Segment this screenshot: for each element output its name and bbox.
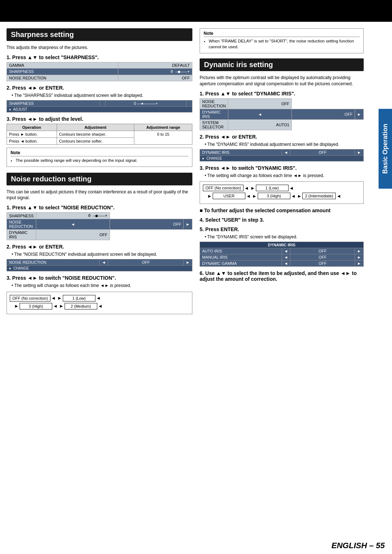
top-bar [0,0,392,22]
flow-arrow: ◄ [244,185,249,191]
flow-arrow: ► [207,193,212,199]
noise-reduction-intro: This can be used to adjust pictures if t… [7,189,192,201]
adj-value: OFF [290,149,355,155]
nr-flow-diagram: OFF (No correction) ◄ ► 1 (Low) ◄ ► 3 (H… [7,292,192,314]
sharpness-title: Sharpness setting [7,28,192,41]
sharpness-step2-heading: 2. Press ◄► or ENTER. [7,85,192,91]
menu-arrow-right: ► [184,219,192,230]
menu-label: SYSTEM SELECTOR [200,119,228,130]
adj-value: OFF [290,254,355,260]
adj-label: MANUAL IRIS [200,254,282,260]
col-header: Adjustment [57,124,134,131]
table-row: DYNAMIC IRIS ◄ OFF ► [200,149,364,155]
di-step3-bullet: The setting will change as follows each … [205,173,364,179]
menu-label: NOISE REDUCTION [7,75,118,81]
nr-step1-menu: SHARPNESS 0 —●———+ NOISE REDUCTION ◄ OFF… [7,212,192,240]
table-row: NOISE REDUCTION OFF [7,75,192,81]
adj-value: OFF [290,260,355,267]
flow-box: 3 (High) [258,193,290,199]
flow-box: 1 (Low) [256,185,289,191]
menu-label: SHARPNESS [7,213,36,219]
table-row: GAMMA DEFAULT [7,62,192,68]
table-cell: 0 to 15 [134,131,192,144]
adj-arrow-left: ◄ [282,149,290,155]
nr-step3-bullet: The setting will change as follows each … [12,283,192,289]
menu-label: GAMMA [7,62,118,68]
di-step1-heading: 1. Press ▲▼ to select "DYNAMIC IRIS". [200,91,364,97]
note-list: The possible setting range will vary dep… [11,157,188,163]
adj-value: 0 —●———+ [105,100,187,106]
di-step2-bullet: The "DYNAMIC IRIS" individual adjustment… [205,141,364,148]
menu-value: DEFAULT [118,62,192,68]
menu-arrow-left: ◄ [36,219,110,230]
flow-box: 1 (Low) [63,295,95,301]
table-row: ♦ CHANGE [7,266,192,271]
nr-step1-heading: 1. Press ▲▼ to select "NOISE REDUCTION". [7,205,192,210]
table-row: MANUAL IRIS ◄ OFF ► [200,254,364,260]
di-step5-bullet: The "DYNAMIC IRIS" screen will be displa… [205,234,364,240]
table-cell: Press ► button. [7,131,57,138]
menu-value: OFF [118,75,192,81]
adj-label: SHARPNESS [7,100,100,106]
di-flow-diagram: OFF (No correction) ◄ ► 1 (Low) ◄ ► USER… [200,181,364,204]
flow-arrow: ► [59,303,64,309]
adj-change-label: ♦ CHANGE [7,266,192,271]
flow-row-1: OFF (No correction) ◄ ► 1 (Low) ◄ [203,185,360,191]
table-row: AUTO IRIS ◄ OFF ► [200,248,364,254]
adj-label: DYNAMIC GAMMA [200,260,282,267]
menu-value: OFF [36,230,110,240]
col-header: Adjustment range [134,124,192,131]
flow-arrow: ◄ [51,295,56,301]
further-adjust-heading: To further adjust the selected compensat… [200,208,364,213]
flow-arrow: ◄ [96,295,101,301]
menu-value: 0 —●———+ [36,213,110,219]
sharpness-step3-heading: 3. Press ◄► to adjust the level. [7,116,192,122]
table-row: DYNAMIC GAMMA ◄ OFF ► [200,260,364,267]
flow-box: 3 (High) [20,303,52,309]
menu-value: OFF [292,109,355,119]
adj-arrow-left: ◄ [282,260,290,267]
noise-reduction-title: Noise reduction setting [7,173,192,185]
menu-value: 0 —●———+ [118,68,192,75]
list-item: The possible setting range will vary dep… [16,157,188,163]
dynamic-iris-section: Dynamic iris setting Pictures with the o… [200,58,364,282]
menu-arrow-left: ◄ [228,109,292,119]
page-content: Sharpness setting This adjusts the sharp… [0,22,392,317]
di-step6-heading: 6. Use ▲▼ to select the item to be adjus… [200,270,364,282]
note-title: Note [204,31,360,37]
adj-arrow-left: ◄ [99,259,108,266]
table-row: SHARPNESS 0 —●———+ [7,213,192,219]
adj-label: AUTO IRIS [200,248,282,254]
flow-arrow: ► [297,193,302,199]
adj-arrow-right: ► [355,260,364,267]
adj-label: DYNAMIC IRIS [200,149,282,155]
slider-visual: 0 —●———+ [171,69,190,74]
di-step2-heading: 2. Press ◄► or ENTER. [200,134,364,140]
dynamic-iris-title: Dynamic iris setting [200,58,364,71]
adj-change-label: ♦ ADJUST [7,106,192,112]
menu-label: NOISE REDUCTION [7,219,36,230]
sharpness-section: Sharpness setting This adjusts the sharp… [7,28,192,167]
dynamic-iris-intro: Pictures with the optimum contrast will … [200,75,364,87]
flow-row-2: ► 3 (High) ◄ ► 2 (Medium) ◄ [10,303,189,309]
adj-arrow-right: ► [184,259,192,266]
adj-arrow-right: ► [355,248,364,254]
list-item: When "FRAME DELAY" is set to "SHORT", th… [209,38,360,50]
menu-label: DYNAMIC IRIS [200,109,228,119]
di-step1-menu: NOISE REDUCTION OFF DYNAMIC IRIS ◄ OFF ►… [200,98,364,130]
table-row: Press ► button. Contours become sharper.… [7,131,192,138]
sharpness-intro: This adjusts the sharpness of the pictur… [7,45,192,51]
table-row: NOISE REDUCTION ◄ OFF ► [7,259,192,266]
table-row: ♦ ADJUST [7,106,192,112]
sharpness-adj-screen: SHARPNESS 0 —●———+ ♦ ADJUST [7,100,192,112]
menu-value: AUTO1 [228,119,292,130]
menu-arrow-right: ► [355,109,364,119]
table-row: DYNAMIC IRIS [200,242,364,248]
flow-box: OFF (No correction) [10,295,50,301]
table-row: NOISE REDUCTION OFF [200,98,364,109]
adj-label: NOISE REDUCTION [7,259,100,266]
table-row: SHARPNESS 0 —●———+ [7,100,192,106]
di-sub-screen: DYNAMIC IRIS AUTO IRIS ◄ OFF ► MANUAL IR… [200,242,364,267]
flow-box: USER [213,193,245,199]
flow-arrow: ◄ [98,303,103,309]
